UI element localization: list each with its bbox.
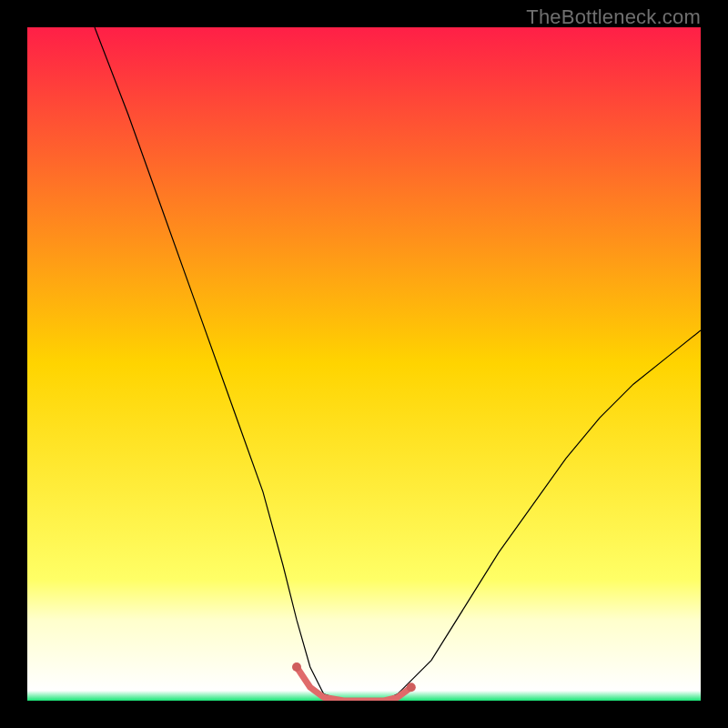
flat-zone-dot	[292, 662, 301, 672]
chart-svg	[27, 27, 701, 701]
chart-frame: TheBottleneck.com	[0, 0, 728, 728]
watermark-text: TheBottleneck.com	[526, 5, 701, 29]
gradient-background	[27, 27, 701, 701]
plot-area	[27, 27, 701, 701]
flat-zone-dot	[407, 682, 416, 692]
